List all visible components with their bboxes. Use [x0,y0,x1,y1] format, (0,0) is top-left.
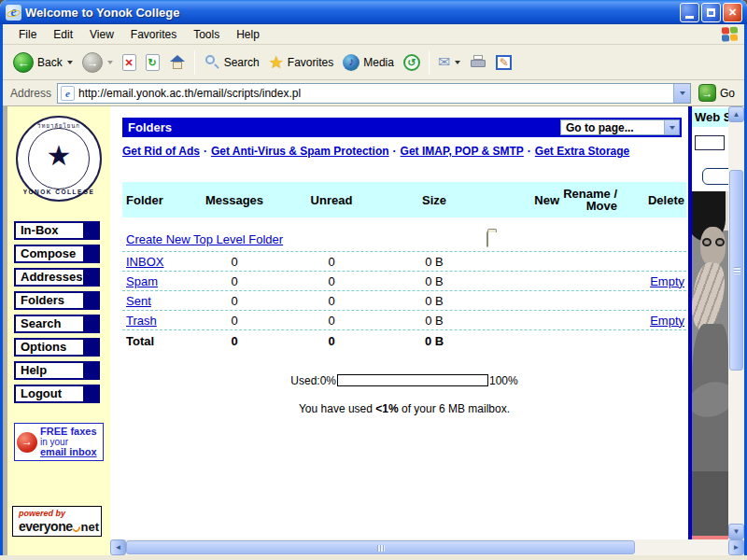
sidebar-nav: In-Box Compose Addresses Folders Search … [7,221,110,403]
mail-button[interactable]: ✉ [433,48,465,77]
photo-glasses [702,238,712,246]
nav-accent-block [83,363,98,378]
nav-accent-block [83,270,98,285]
quota-summary: You have used <1% of your 6 MB mailbox. [122,402,686,415]
refresh-icon: ↻ [146,54,160,71]
page-content: วิทยาลัยโยนก ★ YONOK COLLEGE In-Box Comp… [3,106,744,555]
new-folder-icon[interactable] [486,232,561,246]
fax-ad-text: FREE faxes in your email inbox [40,427,97,457]
forward-button[interactable]: → [78,48,118,77]
go-to-page-select[interactable]: Go to page... [560,119,680,135]
nav-accent-block [83,246,98,261]
history-icon: ↺ [403,54,420,71]
menu-item-view[interactable]: View [81,26,122,43]
home-button[interactable] [164,48,190,77]
everyone-net-logo[interactable]: powered by everyonenet [12,506,102,537]
sidebar-item-inbox[interactable]: In-Box [14,221,100,240]
minimize-icon [685,16,694,19]
promo-link-ads[interactable]: Get Rid of Ads [122,145,200,158]
web-search-panel: Web S [692,106,728,539]
history-button[interactable]: ↺ [399,48,425,77]
create-new-folder-link[interactable]: Create New Top Level Folder [122,232,486,246]
refresh-button[interactable]: ↻ [141,48,164,77]
sidebar-item-addresses[interactable]: Addresses [14,268,100,287]
photo-glasses [715,238,725,246]
mail-icon: ✉ [438,54,450,71]
table-row: Spam 0 0 0 B Empty [122,272,686,291]
table-row: Trash 0 0 0 B Empty [122,311,686,330]
search-icon [204,54,220,71]
minimize-button[interactable] [680,3,699,22]
go-button[interactable]: → Go [697,83,740,103]
restore-button[interactable] [701,3,721,22]
folders-table: Folder Messages Unread Size New Rename /… [122,182,686,351]
col-new: New [486,193,561,207]
scroll-up-icon[interactable]: ▲ [728,106,744,122]
col-delete: Delete [617,193,686,207]
col-size: Size [382,193,486,207]
photo-person-hand [692,260,728,333]
menu-item-edit[interactable]: Edit [45,26,81,43]
empty-link[interactable]: Empty [617,314,686,328]
col-folder: Folder [122,193,188,207]
vertical-scrollbar-thumb[interactable] [729,170,743,371]
scroll-down-icon[interactable]: ▼ [728,524,744,539]
folders-header-bar: Folders Go to page... [122,118,682,137]
col-messages: Messages [188,193,281,207]
print-button[interactable] [465,48,491,77]
sidebar: วิทยาลัยโยนก ★ YONOK COLLEGE In-Box Comp… [3,106,110,555]
edit-button[interactable]: ✎ [491,48,516,77]
vertical-scrollbar[interactable]: ▲ ▼ [728,106,744,539]
yonok-college-seal: วิทยาลัยโยนก ★ YONOK COLLEGE [16,116,102,202]
back-button[interactable]: ← Back [8,48,78,77]
favorites-button[interactable]: ★ Favorites [264,48,339,77]
empty-link[interactable]: Empty [617,274,686,288]
promo-link-antivirus[interactable]: Get Anti-Virus & Spam Protection [211,145,389,158]
sidebar-item-compose[interactable]: Compose [14,245,100,263]
folder-link-spam[interactable]: Spam [122,274,188,288]
quota-meter: Used:0%100% [122,374,686,387]
free-fax-ad[interactable]: → FREE faxes in your email inbox [14,423,104,461]
menu-item-file[interactable]: File [10,26,45,43]
page-icon: e [61,86,75,101]
folder-link-inbox[interactable]: INBOX [122,255,188,269]
main-frame: Folders Go to page... Get Rid of Ads·Get… [110,106,688,539]
promo-link-imap[interactable]: Get IMAP, POP & SMTP [401,145,524,158]
sidebar-item-folders[interactable]: Folders [14,291,100,310]
chevron-down-icon [664,120,679,134]
folder-link-trash[interactable]: Trash [122,314,188,328]
web-search-button[interactable] [702,168,728,185]
promo-link-storage[interactable]: Get Extra Storage [535,145,629,158]
menu-item-favorites[interactable]: Favorites [122,26,185,43]
sidebar-item-logout[interactable]: Logout [14,385,100,403]
windows-logo-icon [722,26,739,42]
horizontal-scrollbar-thumb[interactable] [126,540,635,554]
internet-explorer-icon [6,5,21,21]
search-button[interactable]: Search [199,48,264,77]
horizontal-scrollbar[interactable]: ◄ ► [110,539,744,555]
table-row: Sent 0 0 0 B [122,291,686,311]
close-button[interactable]: ✕ [723,3,742,22]
sidebar-item-options[interactable]: Options [14,338,100,357]
restore-icon [707,8,715,17]
hundred-label: 100% [489,374,518,387]
menu-item-tools[interactable]: Tools [185,26,228,43]
sidebar-item-help[interactable]: Help [14,361,100,380]
address-input[interactable] [78,87,673,100]
media-button[interactable]: ♪ Media [338,48,399,77]
sidebar-item-search[interactable]: Search [14,315,100,333]
quota-bar [337,374,488,386]
total-row: Total 0 0 0 B [122,330,686,351]
scroll-left-icon[interactable]: ◄ [110,539,126,555]
stop-button[interactable]: ✕ [118,48,141,77]
folder-link-sent[interactable]: Sent [122,294,188,308]
used-label: Used:0% [290,374,336,387]
address-bar: Address e → Go [3,80,744,106]
go-label: Go [720,87,735,100]
menu-item-help[interactable]: Help [228,26,268,43]
back-dropdown-icon [67,61,73,64]
address-dropdown-button[interactable] [673,84,690,103]
web-search-input[interactable] [695,135,725,150]
scroll-right-icon[interactable]: ► [728,539,744,555]
menu-bar: File Edit View Favorites Tools Help [3,24,744,45]
